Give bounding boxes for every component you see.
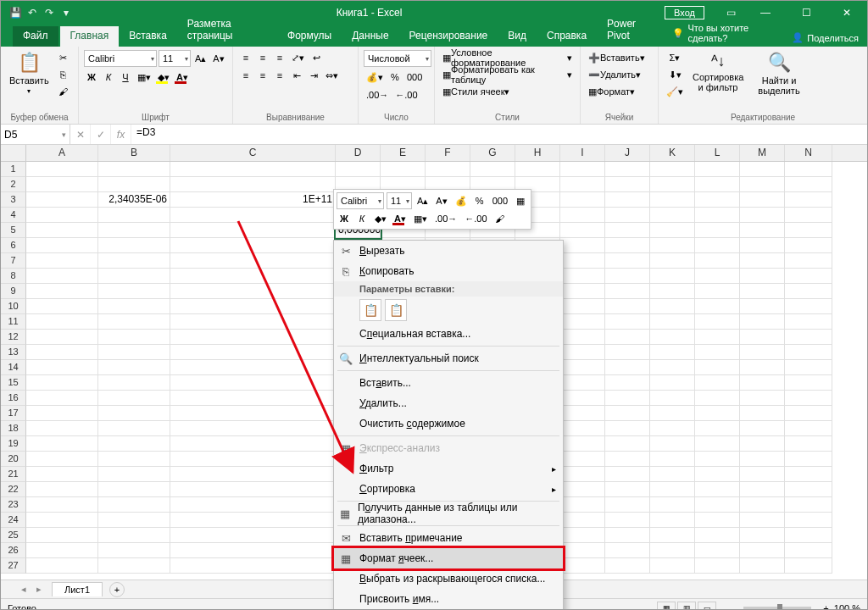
percent-button[interactable]: % (387, 69, 403, 85)
cell-N14[interactable] (785, 360, 832, 375)
cell-N15[interactable] (785, 375, 832, 391)
cell-L9[interactable] (695, 284, 740, 299)
row-header-4[interactable]: 4 (1, 208, 26, 223)
clear-button[interactable]: 🧹▾ (664, 84, 686, 99)
cell-L21[interactable] (695, 467, 740, 482)
cell-I15[interactable] (560, 375, 605, 391)
cell-N27[interactable] (785, 558, 832, 574)
cell-C19[interactable] (170, 436, 336, 452)
cell-M22[interactable] (740, 482, 785, 497)
cell-C16[interactable] (170, 391, 336, 406)
cell-B15[interactable] (98, 375, 170, 391)
cell-I26[interactable] (560, 543, 605, 558)
cell-C27[interactable] (170, 558, 336, 574)
cell-A13[interactable] (26, 345, 98, 360)
cell-K13[interactable] (650, 345, 695, 360)
autosum-button[interactable]: Σ▾ (664, 50, 686, 65)
cell-L5[interactable] (695, 223, 740, 238)
cell-L18[interactable] (695, 421, 740, 436)
cell-J24[interactable] (605, 513, 650, 528)
fill-button[interactable]: ⬇▾ (664, 67, 686, 82)
cell-J22[interactable] (605, 482, 650, 497)
cell-A7[interactable] (26, 253, 98, 269)
row-header-23[interactable]: 23 (1, 497, 26, 513)
cell-J2[interactable] (605, 177, 650, 192)
tab-powerpivot[interactable]: Power Pivot (597, 14, 664, 47)
cell-C25[interactable] (170, 528, 336, 543)
cell-I8[interactable] (560, 269, 605, 284)
cell-J16[interactable] (605, 391, 650, 406)
cell-K27[interactable] (650, 558, 695, 574)
cell-I22[interactable] (560, 482, 605, 497)
cell-C18[interactable] (170, 421, 336, 436)
cell-J6[interactable] (605, 238, 650, 253)
formula-input[interactable]: =D3 (131, 125, 867, 144)
cell-C1[interactable] (170, 162, 336, 177)
row-header-27[interactable]: 27 (1, 558, 26, 574)
ctx-item-4[interactable]: Специальная вставка... (334, 324, 563, 344)
cell-I20[interactable] (560, 452, 605, 467)
inc-decimal-button[interactable]: .00→ (364, 87, 391, 103)
cell-I10[interactable] (560, 299, 605, 314)
row-header-22[interactable]: 22 (1, 482, 26, 497)
tab-insert[interactable]: Вставка (119, 26, 177, 47)
col-header-H[interactable]: H (515, 145, 560, 161)
col-header-N[interactable]: N (785, 145, 832, 161)
cell-A19[interactable] (26, 436, 98, 452)
format-painter-button[interactable]: 🖌 (56, 84, 71, 99)
cell-C26[interactable] (170, 543, 336, 558)
cell-B13[interactable] (98, 345, 170, 360)
sheet-tab-1[interactable]: Лист1 (52, 582, 103, 596)
cell-G1[interactable] (470, 162, 515, 177)
row-header-19[interactable]: 19 (1, 436, 26, 452)
cell-I4[interactable] (560, 208, 605, 223)
italic-button[interactable]: К (101, 69, 116, 85)
cell-I5[interactable] (560, 223, 605, 238)
align-center-button[interactable]: ≡ (255, 68, 270, 83)
share-button[interactable]: 👤Поделиться (783, 29, 867, 47)
ctx-item-6[interactable]: 🔍Интеллектуальный поиск (334, 348, 563, 369)
cell-N8[interactable] (785, 269, 832, 284)
cell-L13[interactable] (695, 345, 740, 360)
cell-M15[interactable] (740, 375, 785, 391)
insert-cells-button[interactable]: ➕ Вставить ▾ (586, 50, 653, 65)
cell-M14[interactable] (740, 360, 785, 375)
paste-opt-1[interactable]: 📋 (359, 299, 381, 321)
cell-N1[interactable] (785, 162, 832, 177)
cell-L19[interactable] (695, 436, 740, 452)
cell-I23[interactable] (560, 497, 605, 513)
cell-N25[interactable] (785, 528, 832, 543)
cell-I24[interactable] (560, 513, 605, 528)
cell-I1[interactable] (560, 162, 605, 177)
cell-K6[interactable] (650, 238, 695, 253)
cell-B21[interactable] (98, 467, 170, 482)
cell-J1[interactable] (605, 162, 650, 177)
cell-K11[interactable] (650, 314, 695, 330)
font-color-button[interactable]: А▾ (174, 69, 191, 85)
cell-D1[interactable] (336, 162, 381, 177)
cell-B12[interactable] (98, 330, 170, 345)
cell-A21[interactable] (26, 467, 98, 482)
cell-J12[interactable] (605, 330, 650, 345)
cell-J15[interactable] (605, 375, 650, 391)
cell-K14[interactable] (650, 360, 695, 375)
login-button[interactable]: Вход (665, 6, 704, 19)
cell-I25[interactable] (560, 528, 605, 543)
orientation-button[interactable]: ⤢▾ (289, 50, 307, 65)
cell-B16[interactable] (98, 391, 170, 406)
row-header-3[interactable]: 3 (1, 192, 26, 208)
cell-B23[interactable] (98, 497, 170, 513)
align-right-button[interactable]: ≡ (272, 68, 287, 83)
ribbon-options-icon[interactable]: ▭ (718, 7, 743, 19)
tab-pagelayout[interactable]: Разметка страницы (177, 14, 277, 47)
row-header-14[interactable]: 14 (1, 360, 26, 375)
cell-N11[interactable] (785, 314, 832, 330)
zoom-slider[interactable] (743, 607, 811, 610)
ctx-item-14[interactable]: Сортировка▸ (334, 479, 563, 499)
cell-L8[interactable] (695, 269, 740, 284)
row-header-2[interactable]: 2 (1, 177, 26, 192)
cell-K24[interactable] (650, 513, 695, 528)
cell-N18[interactable] (785, 421, 832, 436)
mini-inc-dec[interactable]: .00→ (432, 211, 459, 226)
row-header-1[interactable]: 1 (1, 162, 26, 177)
